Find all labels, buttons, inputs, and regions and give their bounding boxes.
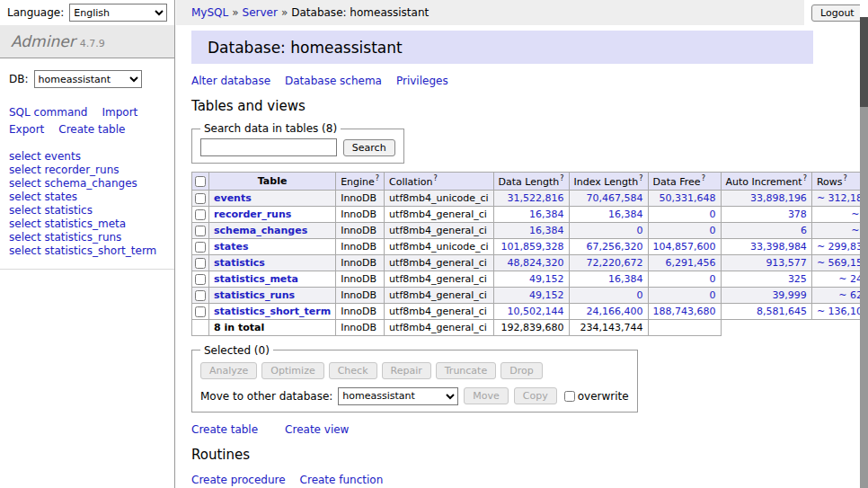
- value-link[interactable]: 0: [710, 289, 716, 301]
- search-fieldset: Search data in tables (8) Search: [191, 122, 404, 164]
- sidebar-select-statistics-short-term[interactable]: select statistics_short_term: [9, 244, 165, 258]
- value-link[interactable]: 0: [637, 225, 643, 236]
- row-checkbox[interactable]: [195, 209, 206, 220]
- value-link[interactable]: 16,384: [529, 225, 564, 236]
- adminer-logo[interactable]: Adminer: [11, 32, 75, 50]
- sidebar-link-sql-command[interactable]: SQL command: [9, 104, 87, 121]
- value-link[interactable]: 913,577: [766, 257, 807, 269]
- sidebar-link-import[interactable]: Import: [102, 104, 137, 121]
- row-checkbox[interactable]: [195, 306, 206, 317]
- select-all-checkbox[interactable]: [195, 176, 206, 187]
- action-privileges[interactable]: Privileges: [396, 75, 448, 87]
- table-name-link[interactable]: states: [214, 241, 249, 253]
- table-name-link[interactable]: statistics_runs: [214, 289, 295, 301]
- value-link[interactable]: 49,152: [529, 273, 564, 285]
- create-create-view[interactable]: Create view: [285, 423, 349, 436]
- row-checkbox[interactable]: [195, 193, 206, 204]
- value-link[interactable]: 0: [710, 209, 716, 220]
- breadcrumb-link-mysql[interactable]: MySQL: [191, 6, 228, 19]
- create-create-table[interactable]: Create table: [191, 423, 258, 436]
- db-select[interactable]: homeassistant: [34, 70, 142, 88]
- help-link[interactable]: ?: [376, 174, 379, 182]
- column-header-index-length: Index Length?: [569, 173, 648, 191]
- table-name-link[interactable]: events: [214, 192, 252, 204]
- routine-create-function[interactable]: Create function: [300, 474, 384, 486]
- number-cell: 10,502,144: [493, 303, 569, 319]
- move-db-select[interactable]: homeassistant: [338, 387, 458, 405]
- value-link[interactable]: 39,999: [772, 289, 807, 301]
- value-link[interactable]: 16,384: [529, 209, 564, 220]
- value-link[interactable]: 325: [788, 273, 807, 285]
- help-link[interactable]: ?: [803, 174, 807, 182]
- table-name-link[interactable]: schema_changes: [214, 225, 307, 236]
- language-select[interactable]: English: [69, 4, 167, 22]
- scrollbar-thumb[interactable]: [860, 17, 868, 107]
- value-link[interactable]: 48,824,320: [508, 257, 564, 269]
- sidebar-select-statistics-runs[interactable]: select statistics_runs: [9, 231, 165, 244]
- sidebar-select-recorder-runs[interactable]: select recorder_runs: [9, 164, 165, 177]
- number-cell: 0: [648, 287, 721, 303]
- value-link[interactable]: 101,859,328: [501, 241, 564, 253]
- drop-button: Drop: [500, 362, 542, 379]
- sidebar-select-statistics-meta[interactable]: select statistics_meta: [9, 217, 165, 231]
- help-link[interactable]: ?: [433, 174, 437, 182]
- breadcrumb-link-server[interactable]: Server: [243, 6, 278, 19]
- value-link[interactable]: 50,331,648: [660, 192, 716, 204]
- value-link[interactable]: 104,857,600: [653, 241, 716, 253]
- value-link[interactable]: 33,898,196: [750, 192, 807, 204]
- value-link[interactable]: 72,220,672: [587, 257, 643, 269]
- sidebar-link-create-table[interactable]: Create table: [58, 121, 125, 138]
- value-link[interactable]: 188,743,680: [653, 306, 716, 317]
- value-link[interactable]: 16,384: [608, 273, 643, 285]
- value-link[interactable]: 6,291,456: [666, 257, 716, 269]
- table-name-link[interactable]: statistics_meta: [214, 273, 298, 285]
- search-input[interactable]: [200, 138, 337, 156]
- sidebar-select-events[interactable]: select events: [9, 150, 165, 164]
- value-link[interactable]: 0: [710, 225, 716, 236]
- adminer-version: 4.7.9: [80, 38, 105, 49]
- row-checkbox[interactable]: [195, 242, 206, 253]
- number-cell: 0: [569, 287, 648, 303]
- value-link[interactable]: 49,152: [529, 289, 564, 301]
- sidebar-select-schema-changes[interactable]: select schema_changes: [9, 177, 165, 191]
- overwrite-checkbox[interactable]: [564, 391, 575, 402]
- value-link[interactable]: 33,398,984: [750, 241, 807, 253]
- value-link[interactable]: 0: [710, 273, 716, 285]
- search-button[interactable]: Search: [343, 139, 395, 156]
- value-link[interactable]: 0: [637, 289, 643, 301]
- value-link[interactable]: 16,384: [608, 209, 643, 220]
- collation-cell: utf8mb4_general_ci: [385, 271, 493, 287]
- action-database-schema[interactable]: Database schema: [285, 75, 382, 87]
- value-link[interactable]: 31,522,816: [508, 192, 564, 204]
- value-link[interactable]: 8,581,645: [757, 306, 807, 317]
- value-link[interactable]: 67,256,320: [587, 241, 643, 253]
- logout-button[interactable]: Logout: [811, 4, 864, 22]
- help-link[interactable]: ?: [843, 174, 846, 182]
- help-link[interactable]: ?: [560, 174, 563, 182]
- sidebar-link-export[interactable]: Export: [9, 121, 44, 138]
- help-link[interactable]: ?: [639, 174, 642, 182]
- value-link[interactable]: 24,166,400: [587, 306, 643, 317]
- sidebar-select-states[interactable]: select states: [9, 191, 165, 204]
- value-link[interactable]: 6: [801, 225, 807, 236]
- row-checkbox[interactable]: [195, 274, 206, 285]
- breadcrumb-current: Database: homeassistant: [291, 6, 429, 19]
- routine-create-procedure[interactable]: Create procedure: [191, 474, 286, 486]
- row-checkbox[interactable]: [195, 290, 206, 301]
- collation-cell: utf8mb4_general_ci: [385, 287, 493, 303]
- help-link[interactable]: ?: [702, 174, 705, 182]
- value-link[interactable]: 378: [788, 209, 807, 220]
- table-name-link[interactable]: statistics_short_term: [214, 306, 331, 317]
- row-checkbox[interactable]: [195, 258, 206, 269]
- number-cell: 6,291,456: [648, 254, 721, 271]
- row-checkbox[interactable]: [195, 226, 206, 236]
- sidebar-select-statistics[interactable]: select statistics: [9, 204, 165, 217]
- table-name-link[interactable]: statistics: [214, 257, 265, 269]
- value-link[interactable]: 70,467,584: [587, 192, 643, 204]
- action-alter-database[interactable]: Alter database: [191, 75, 270, 87]
- overwrite-label: overwrite: [578, 390, 629, 403]
- table-name-link[interactable]: recorder_runs: [214, 209, 291, 220]
- tables-header-row: TableEngine?Collation?Data Length?Index …: [192, 173, 868, 191]
- scrollbar[interactable]: [860, 0, 868, 488]
- value-link[interactable]: 10,502,144: [508, 306, 564, 317]
